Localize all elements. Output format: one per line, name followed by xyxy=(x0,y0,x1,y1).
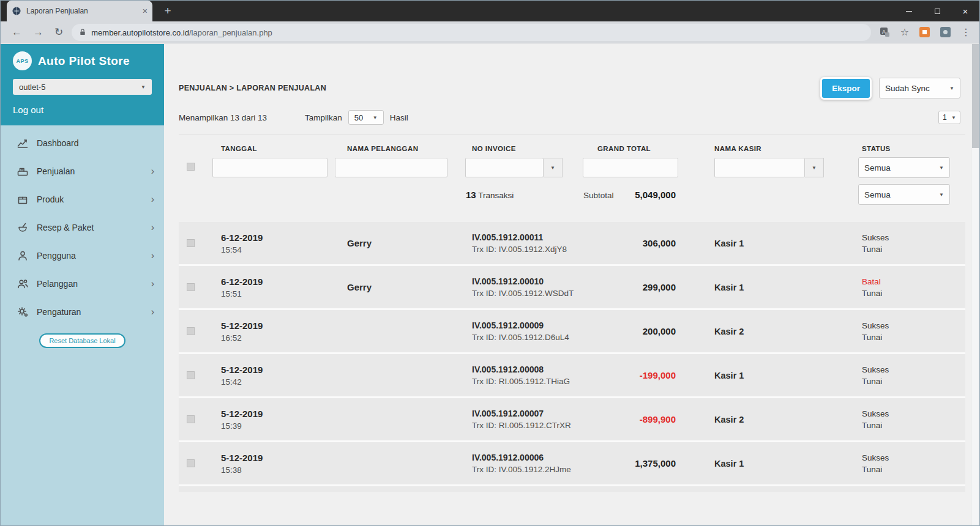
window-close-button[interactable]: × xyxy=(951,1,979,21)
app-layout: APS Auto Pilot Store outlet-5 ▼ Log out … xyxy=(1,44,979,525)
row-trx-id: Trx ID: IV.005.1912.2HJme xyxy=(472,465,580,474)
table-row[interactable]: 5-12-2019 16:52 IV.005.1912.00009 Trx ID… xyxy=(179,310,965,354)
row-trx-id: Trx ID: IV.005.1912.XdjY8 xyxy=(472,245,580,254)
back-icon[interactable]: ← xyxy=(12,26,22,39)
refresh-icon[interactable]: ↻ xyxy=(54,26,63,39)
row-status: Sukses xyxy=(862,453,965,462)
caret-down-icon: ▼ xyxy=(949,86,954,91)
sidebar-item-penjualan[interactable]: Penjualan › xyxy=(1,157,164,185)
row-checkbox[interactable] xyxy=(187,327,195,335)
browser-menu-kebab-icon[interactable]: ⋮ xyxy=(961,26,971,38)
row-trx-id: Trx ID: RI.005.1912.THiaG xyxy=(472,377,580,386)
page-number-select[interactable]: 1 ▼ xyxy=(938,111,960,124)
address-bar[interactable]: member.autopilotstore.co.id/laporan_penj… xyxy=(72,24,870,41)
url-host: member.autopilotstore.co.id xyxy=(91,28,189,37)
kasir-filter-dropdown-button[interactable]: ▼ xyxy=(805,158,824,177)
filter-kasir-input[interactable] xyxy=(714,158,805,177)
sidebar-item-label: Resep & Paket xyxy=(37,223,143,232)
payment-filter-select[interactable]: Semua ▼ xyxy=(858,184,950,205)
table-row[interactable]: 5-12-2019 15:38 IV.005.1912.00006 Trx ID… xyxy=(179,442,965,486)
subtotal-value: 5,049,000 xyxy=(635,190,676,200)
page-size-label: Tampilkan xyxy=(305,113,342,122)
window-maximize-button[interactable] xyxy=(923,1,951,21)
sync-status-select[interactable]: Sudah Sync ▼ xyxy=(879,78,960,98)
chevron-right-icon: › xyxy=(151,278,154,289)
table-row[interactable]: 6-12-2019 15:51 Gerry IV.005.1912.00010 … xyxy=(179,266,965,310)
extension-icon-orange[interactable] xyxy=(919,27,930,37)
row-grand-total: -899,900 xyxy=(640,414,676,424)
row-time: 15:54 xyxy=(221,245,335,254)
scrollbar-thumb[interactable] xyxy=(972,44,979,148)
sidebar-menu: Dashboard Penjualan › Produk › xyxy=(1,125,164,525)
row-time: 15:38 xyxy=(221,465,335,475)
chevron-right-icon: › xyxy=(151,306,154,317)
main-content: PENJUALAN > LAPORAN PENJUALAN Ekspor Sud… xyxy=(164,44,979,525)
row-payment: Tunai xyxy=(862,289,965,298)
window-controls: × xyxy=(895,1,979,21)
subtotal-label: Subtotal xyxy=(583,191,614,200)
table-row[interactable]: 5-12-2019 15:42 IV.005.1912.00008 Trx ID… xyxy=(179,354,965,398)
row-grand-total: 1,375,000 xyxy=(635,458,676,469)
row-checkbox[interactable] xyxy=(187,283,195,291)
filter-pelanggan-input[interactable] xyxy=(335,158,447,177)
sidebar-item-pengguna[interactable]: Pengguna › xyxy=(1,242,164,270)
select-all-checkbox[interactable] xyxy=(187,163,195,171)
row-time: 16:52 xyxy=(221,333,335,343)
caret-down-icon: ▼ xyxy=(951,115,956,120)
close-icon: × xyxy=(963,6,968,17)
brand-logo: APS xyxy=(13,51,32,70)
sidebar-item-pengaturan[interactable]: Pengaturan › xyxy=(1,298,164,326)
row-checkbox[interactable] xyxy=(187,371,195,379)
window-minimize-button[interactable] xyxy=(895,1,923,21)
row-cashier: Kasir 1 xyxy=(714,283,834,292)
table-row[interactable]: 5-12-2019 15:39 IV.005.1912.00007 Trx ID… xyxy=(179,398,965,442)
outlet-select[interactable]: outlet-5 ▼ xyxy=(13,79,152,95)
filter-grand-total-input[interactable] xyxy=(583,158,678,177)
status-filter-select[interactable]: Semua ▼ xyxy=(858,157,950,178)
new-tab-button[interactable]: + xyxy=(160,4,176,18)
vertical-scrollbar[interactable] xyxy=(971,44,979,525)
row-cashier: Kasir 2 xyxy=(714,415,834,424)
maximize-icon xyxy=(935,9,940,14)
row-checkbox[interactable] xyxy=(187,415,195,423)
reset-database-button[interactable]: Reset Database Lokal xyxy=(39,333,125,348)
list-controls: Menampilkan 13 dari 13 Tampilkan 50 ▼ Ha… xyxy=(179,110,960,125)
row-checkbox[interactable] xyxy=(187,459,195,467)
browser-tab[interactable]: Laporan Penjualan × xyxy=(7,1,152,21)
row-payment: Tunai xyxy=(862,377,965,386)
chevron-right-icon: › xyxy=(151,194,154,205)
row-payment: Tunai xyxy=(862,465,965,474)
logout-link[interactable]: Log out xyxy=(13,105,43,115)
mortar-pestle-icon xyxy=(17,221,29,234)
filter-tanggal-input[interactable] xyxy=(212,158,327,177)
brand-name: Auto Pilot Store xyxy=(38,54,130,68)
table-row[interactable]: 6-12-2019 15:54 Gerry IV.005.1912.00011 … xyxy=(179,222,965,266)
forward-icon[interactable]: → xyxy=(33,26,43,39)
caret-down-icon: ▼ xyxy=(550,165,555,171)
url-path: /laporan_penjualan.php xyxy=(189,28,272,37)
tab-close-icon[interactable]: × xyxy=(143,6,148,16)
filter-invoice-input[interactable] xyxy=(465,158,544,177)
table-row-partial xyxy=(179,486,965,492)
invoice-filter-dropdown-button[interactable]: ▼ xyxy=(544,158,563,177)
row-time: 15:42 xyxy=(221,377,335,387)
row-status: Sukses xyxy=(862,321,965,330)
bookmark-star-icon[interactable]: ☆ xyxy=(900,26,909,38)
sidebar-item-pelanggan[interactable]: Pelanggan › xyxy=(1,270,164,298)
row-trx-id: Trx ID: RI.005.1912.CTrXR xyxy=(472,421,580,430)
page-number-value: 1 xyxy=(943,113,947,122)
chevron-right-icon: › xyxy=(151,166,154,177)
export-button[interactable]: Ekspor xyxy=(820,77,872,100)
translate-icon[interactable]: A xyxy=(880,27,890,37)
sidebar-item-produk[interactable]: Produk › xyxy=(1,185,164,213)
row-payment: Tunai xyxy=(862,245,965,254)
caret-down-icon: ▼ xyxy=(939,165,944,171)
row-date: 5-12-2019 xyxy=(221,453,335,463)
sidebar-item-resep-paket[interactable]: Resep & Paket › xyxy=(1,213,164,242)
sales-table: TANGGAL NAMA PELANGGAN NO INVOICE GRAND … xyxy=(179,135,965,492)
row-checkbox[interactable] xyxy=(187,239,195,247)
dashboard-icon xyxy=(17,137,29,149)
sidebar-item-dashboard[interactable]: Dashboard xyxy=(1,129,164,157)
page-size-select[interactable]: 50 ▼ xyxy=(348,110,384,125)
extension-icon-grey[interactable] xyxy=(940,27,951,37)
